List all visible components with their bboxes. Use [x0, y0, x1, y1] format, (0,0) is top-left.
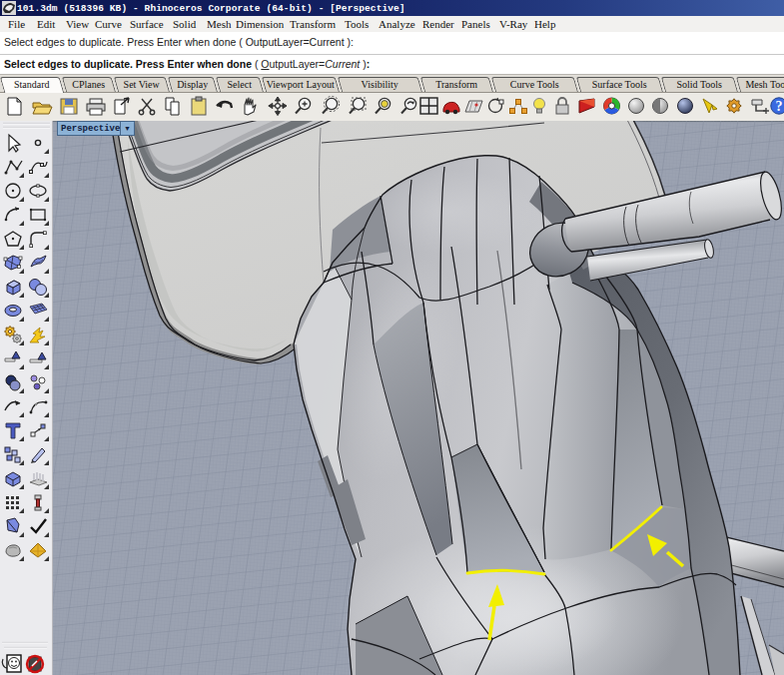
- svg-text:?: ?: [776, 99, 783, 114]
